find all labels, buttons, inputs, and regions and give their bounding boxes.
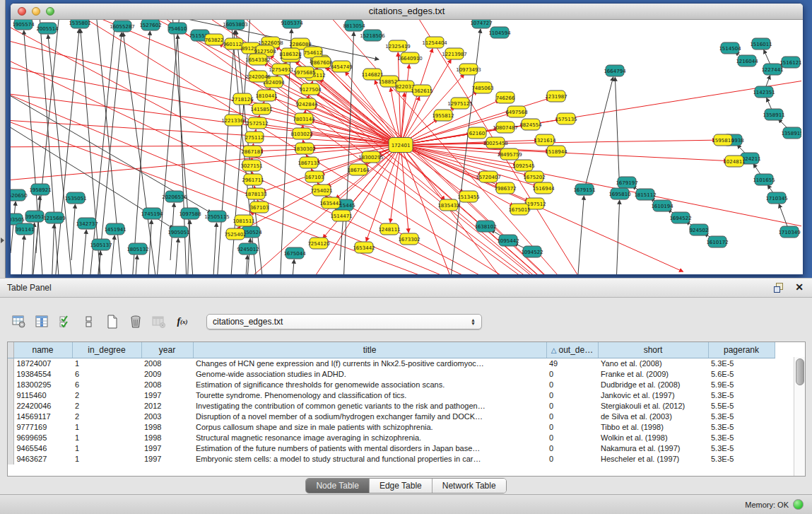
graph-node[interactable]: 15218506 bbox=[360, 30, 385, 41]
graph-node[interactable]: 16640910 bbox=[397, 52, 423, 64]
table-cell[interactable]: Tourette syndrome. Phenomenology and cla… bbox=[193, 390, 546, 401]
graph-node[interactable]: 1215689 bbox=[43, 212, 65, 223]
graph-node[interactable]: 1451941 bbox=[104, 223, 126, 235]
graph-node[interactable]: 3824554 bbox=[519, 119, 542, 130]
graph-node[interactable]: 1095442 bbox=[497, 235, 519, 246]
graph-node[interactable]: 1104594 bbox=[488, 27, 511, 38]
graph-node[interactable]: 1710349 bbox=[778, 226, 800, 238]
graph-node[interactable]: 16053803 bbox=[223, 20, 248, 30]
table-cell[interactable]: 5.9E-5 bbox=[708, 380, 775, 390]
graph-node[interactable]: 1867133 bbox=[298, 157, 319, 168]
table-scrollbar-thumb[interactable] bbox=[796, 358, 804, 385]
table-cell[interactable]: Wolkin et al. (1998) bbox=[598, 433, 708, 443]
graph-node[interactable]: 1321614 bbox=[534, 134, 556, 146]
table-cell[interactable]: 0 bbox=[546, 443, 598, 454]
table-cell[interactable]: Stergiakouli et al. (2012) bbox=[598, 401, 708, 411]
table-row[interactable]: 946362711997Embryonic stem cells: a mode… bbox=[8, 454, 775, 465]
table-cell[interactable]: Corpus callosum shape and size in male p… bbox=[193, 422, 546, 433]
table-cell[interactable]: 1997 bbox=[141, 443, 193, 454]
graph-node[interactable]: 1505137 bbox=[90, 239, 112, 250]
graph-node[interactable]: 7803144 bbox=[293, 113, 315, 124]
table-cell[interactable]: 5.5E-5 bbox=[708, 401, 775, 411]
graph-node[interactable]: 924502 bbox=[690, 224, 709, 235]
graph-node[interactable]: 18300295 bbox=[358, 151, 384, 163]
graph-node[interactable]: 1695810 bbox=[608, 188, 630, 199]
graph-node[interactable]: 8813054 bbox=[343, 20, 365, 31]
table-row[interactable]: 1872400712008Changes of HCN gene express… bbox=[8, 358, 775, 370]
table-cell[interactable]: Jankovic et al. (1997) bbox=[598, 390, 708, 401]
close-panel-icon[interactable]: ✕ bbox=[795, 282, 804, 292]
graph-node[interactable]: 1516011 bbox=[750, 38, 772, 49]
table-cell[interactable]: 1 bbox=[72, 433, 141, 443]
graph-edge[interactable] bbox=[616, 200, 620, 274]
graph-edge[interactable] bbox=[175, 238, 178, 274]
graph-node[interactable]: 8454749 bbox=[330, 61, 352, 72]
graph-edge[interactable] bbox=[81, 230, 86, 274]
graph-edge[interactable] bbox=[53, 29, 79, 274]
minimize-window-button[interactable] bbox=[32, 7, 40, 16]
tab-edge-table[interactable]: Edge Table bbox=[369, 479, 432, 493]
graph-node[interactable]: 1231987 bbox=[545, 90, 567, 102]
graph-node[interactable]: 8103022 bbox=[290, 128, 312, 139]
graph-node[interactable]: 367103 bbox=[250, 201, 269, 213]
graph-node[interactable]: 12213363 bbox=[221, 115, 247, 126]
table-cell[interactable]: 0 bbox=[546, 454, 598, 465]
graph-node[interactable]: 746266 bbox=[496, 92, 515, 103]
table-row[interactable]: 2242004622012Investigating the contribut… bbox=[8, 401, 775, 411]
graph-edge[interactable] bbox=[24, 30, 45, 274]
table-cell[interactable]: 2 bbox=[72, 401, 141, 411]
side-panel-edge[interactable] bbox=[0, 0, 6, 278]
graph-node[interactable]: 1905574 bbox=[12, 20, 35, 30]
graph-node[interactable]: 1595810 bbox=[712, 134, 734, 146]
graph-node[interactable]: 12213987 bbox=[442, 48, 467, 59]
table-cell[interactable]: 0 bbox=[546, 380, 598, 390]
tab-network-table[interactable]: Network Table bbox=[432, 479, 506, 493]
float-panel-icon[interactable] bbox=[774, 282, 784, 292]
window-titlebar[interactable]: citations_edges.txt bbox=[11, 4, 803, 20]
graph-node[interactable]: 1694522 bbox=[669, 212, 691, 223]
graph-node[interactable]: 1024811 bbox=[723, 156, 745, 167]
graph-node[interactable]: 391141 bbox=[16, 223, 35, 235]
graph-node[interactable]: 9245012 bbox=[237, 243, 259, 255]
graph-node[interactable]: 1635442 bbox=[319, 197, 341, 209]
expand-panel-arrow-icon[interactable] bbox=[1, 238, 4, 243]
graph-node[interactable]: 7485063 bbox=[471, 82, 493, 93]
graph-node[interactable]: 1679151 bbox=[573, 184, 595, 195]
graph-node[interactable]: 1342737 bbox=[76, 218, 98, 229]
graph-node[interactable]: 1527602 bbox=[139, 20, 161, 30]
graph-node[interactable]: 1653442 bbox=[353, 242, 375, 253]
graph-node[interactable]: 395051 bbox=[25, 211, 45, 222]
graph-edge[interactable] bbox=[615, 77, 620, 194]
graph-node[interactable]: 1514504 bbox=[719, 42, 741, 54]
table-cell[interactable]: 1998 bbox=[141, 422, 193, 433]
close-window-button[interactable] bbox=[18, 7, 26, 16]
graph-node[interactable]: 2718126 bbox=[231, 93, 254, 105]
table-cell[interactable]: Hescheler et al. (1997) bbox=[598, 454, 708, 465]
table-cell[interactable]: Disruption of a novel member of a sodium… bbox=[193, 411, 546, 422]
column-header-year[interactable]: year bbox=[141, 342, 193, 358]
column-select-icon[interactable] bbox=[35, 314, 50, 329]
table-row[interactable]: 969969511998Structural magnetic resonanc… bbox=[8, 433, 775, 443]
graph-node[interactable]: 15720407 bbox=[476, 171, 501, 182]
graph-edge[interactable] bbox=[213, 223, 216, 274]
column-header-pagerank[interactable]: pagerank bbox=[708, 342, 775, 358]
table-cell[interactable]: 5.3E-5 bbox=[708, 422, 775, 433]
graph-node[interactable]: 1810441 bbox=[255, 90, 277, 101]
graph-node[interactable]: 10025458 bbox=[483, 137, 508, 148]
table-cell[interactable]: Dudbridge et al. (2008) bbox=[598, 380, 708, 390]
table-cell[interactable]: Genome-wide association studies in ADHD. bbox=[193, 369, 546, 380]
graph-node[interactable]: 62160 bbox=[468, 127, 486, 139]
table-cell[interactable]: 6 bbox=[72, 380, 141, 390]
graph-node[interactable]: 10807487 bbox=[493, 122, 518, 133]
table-cell[interactable]: 18724007 bbox=[13, 358, 72, 370]
graph-node[interactable]: 1664794 bbox=[604, 65, 626, 76]
table-cell[interactable]: 1997 bbox=[141, 390, 193, 401]
graph-node[interactable]: 16543382 bbox=[245, 54, 271, 65]
column-header-out_de[interactable]: △out_de… bbox=[546, 342, 598, 358]
graph-node[interactable]: 2620650 bbox=[11, 189, 28, 201]
graph-node[interactable]: 1610194 bbox=[651, 200, 673, 211]
table-cell[interactable]: Embryonic stem cells: a model to study s… bbox=[193, 454, 546, 465]
table-cell[interactable]: 5.3E-5 bbox=[708, 443, 775, 454]
graph-edge[interactable] bbox=[576, 196, 584, 274]
graph-edge[interactable] bbox=[290, 259, 294, 274]
